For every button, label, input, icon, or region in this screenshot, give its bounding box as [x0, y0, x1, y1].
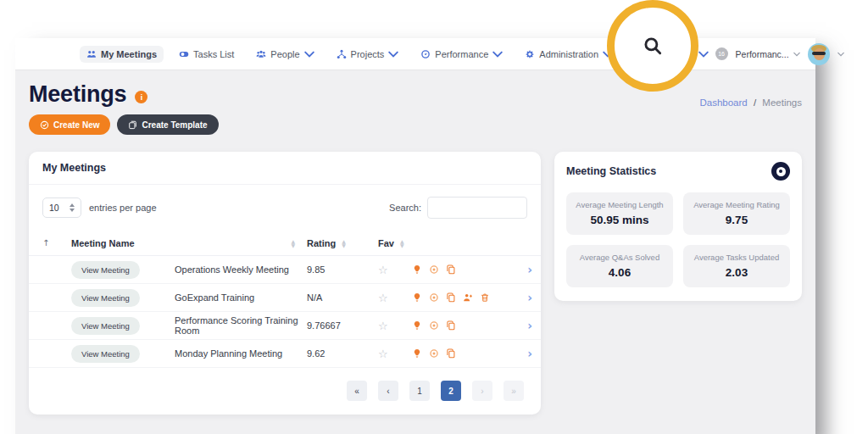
- lightbulb-icon[interactable]: [412, 348, 422, 359]
- breadcrumb-current: Meetings: [762, 97, 802, 108]
- stat-label: Average Tasks Updated: [690, 253, 783, 264]
- performance-icon: [420, 49, 431, 59]
- nav-item-projects[interactable]: Projects: [330, 46, 406, 63]
- table-search-input[interactable]: [427, 197, 527, 219]
- target-icon[interactable]: [429, 348, 439, 359]
- select-arrows-icon: [70, 203, 75, 212]
- stat-value: 9.75: [690, 214, 783, 226]
- user-add-icon[interactable]: [463, 292, 473, 303]
- search-icon[interactable]: [642, 35, 664, 57]
- meeting-rating: 9.85: [307, 264, 378, 275]
- nav-item-tasks-list[interactable]: Tasks List: [172, 46, 241, 63]
- toggle-ring-icon: [776, 167, 786, 176]
- screenshot-canvas: My MeetingsTasks ListPeopleProjectsPerfo…: [0, 0, 868, 434]
- meeting-name: GoExpand Training: [170, 292, 307, 303]
- stat-tile-average-tasks-updated: Average Tasks Updated2.03: [683, 245, 790, 287]
- administration-icon: [525, 49, 535, 59]
- clipboard-icon[interactable]: [446, 320, 456, 331]
- chevron-right-icon[interactable]: ›: [514, 291, 532, 304]
- sort-all-header[interactable]: ↑: [42, 238, 71, 248]
- table-row: View MeetingPerformance Scoring Training…: [29, 312, 541, 340]
- favorite-star-icon[interactable]: ☆: [378, 264, 412, 276]
- clipboard-icon[interactable]: [446, 292, 456, 303]
- favorite-star-icon[interactable]: ☆: [378, 292, 412, 304]
- chevron-right-icon[interactable]: ›: [514, 263, 532, 276]
- nav-item-performance[interactable]: Performance: [414, 46, 509, 63]
- view-meeting-button[interactable]: View Meeting: [71, 345, 140, 363]
- projects-icon: [337, 49, 347, 59]
- stat-label: Average Q&As Solved: [573, 253, 666, 264]
- lightbulb-icon[interactable]: [412, 320, 422, 331]
- sort-icons: ▲▼: [342, 239, 346, 248]
- row-actions: [412, 292, 514, 303]
- target-icon[interactable]: [429, 292, 439, 303]
- view-meeting-button[interactable]: View Meeting: [71, 317, 140, 335]
- entries-per-page-select[interactable]: 10: [42, 198, 81, 218]
- nav-item-my-meetings[interactable]: My Meetings: [80, 46, 164, 63]
- chevron-right-icon[interactable]: ›: [514, 319, 532, 332]
- my-meetings-card: My Meetings 10 entries per page Search:: [29, 152, 541, 415]
- pagination-prev[interactable]: ‹: [378, 381, 398, 401]
- table-controls: 10 entries per page Search:: [29, 185, 541, 227]
- meetings-icon: [86, 49, 97, 59]
- create-new-button[interactable]: Create New: [29, 114, 110, 135]
- avatar[interactable]: [808, 43, 830, 65]
- stats-grid: Average Meeting Length50.95 minsAverage …: [554, 191, 802, 301]
- meeting-name: Operations Weekly Meeting: [170, 264, 307, 275]
- trash-icon[interactable]: [480, 292, 490, 303]
- statistics-header: Meeting Statistics: [554, 152, 802, 191]
- favorite-star-icon[interactable]: ☆: [378, 320, 412, 332]
- chevron-right-icon[interactable]: ›: [514, 347, 532, 360]
- my-meetings-header: My Meetings: [29, 152, 541, 185]
- pagination-first[interactable]: «: [347, 381, 367, 401]
- column-rating[interactable]: Rating ▲▼: [307, 238, 378, 248]
- chevron-down-icon: [492, 49, 503, 59]
- entries-per-page-label: entries per page: [89, 203, 157, 213]
- chevron-down-icon: [698, 49, 709, 59]
- stat-label: Average Meeting Length: [573, 200, 666, 211]
- view-meeting-button[interactable]: View Meeting: [71, 289, 140, 307]
- lightbulb-icon[interactable]: [412, 264, 422, 275]
- search-label: Search:: [389, 203, 421, 213]
- meeting-name: Monday Planning Meeting: [170, 348, 307, 359]
- favorite-star-icon[interactable]: ☆: [378, 348, 412, 360]
- stat-tile-average-meeting-length: Average Meeting Length50.95 mins: [566, 192, 673, 235]
- table-row: View MeetingMonday Planning Meeting9.62☆…: [29, 340, 541, 368]
- content-grid: My Meetings 10 entries per page Search:: [29, 152, 802, 415]
- pagination-page-1[interactable]: 1: [409, 381, 430, 401]
- nav-item-people[interactable]: People: [249, 46, 320, 63]
- pagination-last[interactable]: »: [504, 381, 524, 401]
- app-window: My MeetingsTasks ListPeopleProjectsPerfo…: [15, 38, 815, 434]
- info-icon[interactable]: i: [135, 91, 147, 103]
- nav-item-administration[interactable]: Administration: [518, 46, 620, 63]
- column-fav[interactable]: Fav ▲▼: [378, 238, 412, 248]
- stat-value: 4.06: [573, 266, 666, 279]
- stat-label: Average Meeting Rating: [690, 200, 783, 211]
- clipboard-icon[interactable]: [446, 348, 456, 359]
- chevron-down-icon[interactable]: [837, 52, 844, 57]
- user-menu[interactable]: Performanc...: [736, 49, 800, 59]
- target-icon[interactable]: [429, 320, 439, 331]
- template-icon: [128, 120, 137, 130]
- notification-badge: 16: [715, 47, 728, 60]
- check-circle-icon: [40, 120, 49, 130]
- chevron-down-icon: [388, 49, 398, 59]
- meeting-rating: 9.76667: [307, 320, 378, 331]
- view-meeting-button[interactable]: View Meeting: [71, 261, 140, 279]
- column-meeting-name[interactable]: Meeting Name ▲▼: [71, 238, 307, 248]
- stats-info-toggle[interactable]: [771, 162, 790, 181]
- breadcrumb-dashboard-link[interactable]: Dashboard: [699, 97, 747, 108]
- meeting-name: Performance Scoring Training Room: [170, 315, 307, 336]
- user-menu-label: Performanc...: [736, 49, 789, 59]
- pagination-next[interactable]: ›: [472, 381, 492, 401]
- stat-tile-average-q-as-solved: Average Q&As Solved4.06: [566, 245, 673, 287]
- clipboard-icon[interactable]: [446, 264, 456, 275]
- page-content: Meetings i Dashboard / Meetings Create N…: [15, 70, 815, 415]
- create-template-button[interactable]: Create Template: [117, 114, 218, 135]
- lightbulb-icon[interactable]: [412, 292, 422, 303]
- pagination-page-2[interactable]: 2: [441, 381, 461, 401]
- people-icon: [256, 49, 266, 59]
- row-actions: [412, 264, 514, 275]
- target-icon[interactable]: [429, 264, 439, 275]
- chevron-down-icon: [793, 52, 800, 57]
